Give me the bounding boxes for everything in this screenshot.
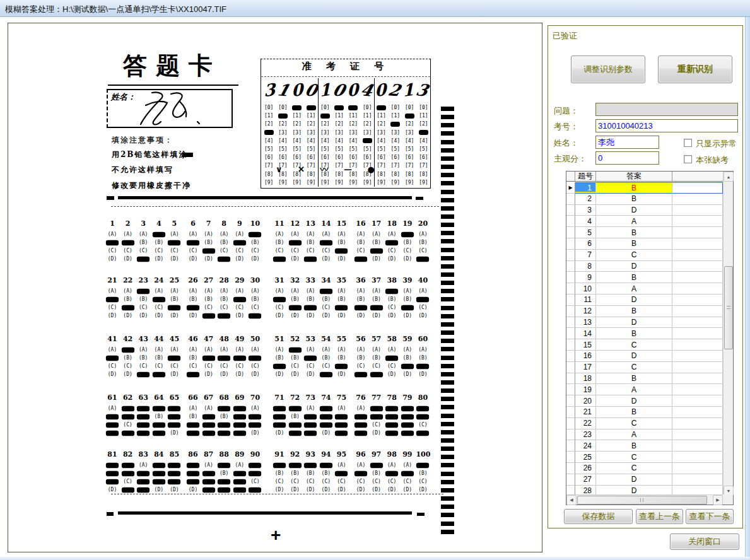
table-row[interactable]: 8D: [566, 261, 723, 272]
scan-image-viewer[interactable]: 答题卡 姓名： 填涂注意事项： 用2B铅笔这样填涂 不允许这样填写 ∨ ✕ 〰 …: [8, 23, 542, 552]
answer-cell[interactable]: B: [596, 194, 672, 205]
answer-cell[interactable]: D: [596, 261, 672, 272]
table-row[interactable]: 22C: [566, 418, 723, 429]
table-row[interactable]: 10A: [566, 283, 723, 295]
table-row[interactable]: 6B: [566, 238, 723, 250]
table-row[interactable]: 11D: [566, 295, 723, 306]
answer-cell[interactable]: C: [596, 418, 672, 429]
answer-cell[interactable]: C: [596, 250, 672, 261]
answer-cell[interactable]: C: [596, 362, 672, 373]
answer-cell[interactable]: C: [596, 463, 672, 474]
question-no-cell[interactable]: 2: [575, 194, 596, 205]
question-no-cell[interactable]: 24: [575, 440, 596, 452]
exam-no-input[interactable]: [595, 119, 738, 132]
table-row[interactable]: 4A: [566, 216, 723, 227]
problem-input[interactable]: [595, 103, 738, 116]
vertical-scroll-thumb[interactable]: [724, 266, 733, 349]
question-no-cell[interactable]: 23: [575, 429, 596, 441]
question-no-cell[interactable]: 3: [575, 205, 596, 216]
table-row[interactable]: 3D: [566, 205, 723, 216]
close-window-button[interactable]: 关闭窗口: [670, 534, 739, 550]
name-input[interactable]: [595, 136, 659, 149]
question-no-cell[interactable]: 27: [575, 474, 596, 486]
answer-cell[interactable]: B: [596, 328, 672, 339]
answer-cell[interactable]: D: [596, 474, 672, 486]
answer-cell[interactable]: D: [596, 317, 672, 329]
question-no-cell[interactable]: 13: [575, 317, 596, 329]
answer-cell[interactable]: B: [596, 227, 672, 238]
view-next-button[interactable]: 查看下一条: [686, 509, 734, 524]
scroll-up-icon[interactable]: ▲: [724, 172, 734, 182]
title-bar[interactable]: 模糊答案处理：H:\测试数据\一点通单扫\学生卡\XX10047.TIF: [0, 0, 750, 17]
answer-cell[interactable]: A: [596, 216, 672, 227]
table-row[interactable]: 14B: [566, 328, 723, 339]
answer-cell[interactable]: C: [596, 339, 672, 351]
question-no-cell[interactable]: 25: [575, 452, 596, 463]
question-no-cell[interactable]: 12: [575, 306, 596, 317]
table-row[interactable]: 27D: [566, 474, 723, 486]
table-row[interactable]: 24B: [566, 440, 723, 452]
question-no-cell[interactable]: 9: [575, 272, 596, 283]
abnormal-only-checkbox[interactable]: [684, 139, 692, 147]
table-row[interactable]: 12B: [566, 306, 723, 317]
question-no-cell[interactable]: 10: [575, 283, 596, 295]
table-row[interactable]: 5B: [566, 227, 723, 238]
answer-cell[interactable]: B: [596, 440, 672, 452]
table-row[interactable]: 15C: [566, 339, 723, 351]
question-no-cell[interactable]: 21: [575, 407, 596, 418]
table-row[interactable]: 21B: [566, 407, 723, 418]
view-previous-button[interactable]: 查看上一条: [636, 509, 683, 524]
vertical-scrollbar[interactable]: ▲ ▼: [723, 172, 733, 496]
scroll-left-icon[interactable]: ◀: [566, 495, 577, 505]
question-no-cell[interactable]: 18: [575, 373, 596, 385]
adjust-params-button[interactable]: 调整识别参数: [571, 55, 645, 83]
question-no-cell[interactable]: 11: [575, 295, 596, 306]
question-no-cell[interactable]: 6: [575, 238, 596, 250]
table-row[interactable]: 13D: [566, 317, 723, 329]
question-no-cell[interactable]: 8: [575, 261, 596, 272]
table-row[interactable]: ▶1B: [566, 182, 723, 194]
horizontal-scroll-thumb[interactable]: [577, 496, 707, 505]
table-row[interactable]: 16D: [566, 351, 723, 362]
answer-cell[interactable]: B: [596, 238, 672, 250]
table-row[interactable]: 19A: [566, 384, 723, 395]
table-row[interactable]: 17C: [566, 362, 723, 373]
table-row[interactable]: 18B: [566, 373, 723, 385]
table-row[interactable]: 20D: [566, 395, 723, 407]
table-row[interactable]: 23A: [566, 429, 723, 441]
answer-cell[interactable]: A: [596, 283, 672, 295]
table-row[interactable]: 25C: [566, 452, 723, 463]
answer-cell[interactable]: C: [596, 452, 672, 463]
save-data-button[interactable]: 保存数据: [564, 509, 633, 524]
question-no-cell[interactable]: 5: [575, 227, 596, 238]
answer-cell[interactable]: D: [596, 295, 672, 306]
answer-table[interactable]: 题号 答案 ▶1B2B3D4A5B6B7C8D9B10A11D12B13D14B…: [566, 171, 734, 505]
answer-cell[interactable]: B: [596, 272, 672, 283]
question-no-cell[interactable]: 4: [575, 216, 596, 227]
question-no-cell[interactable]: 16: [575, 351, 596, 362]
answer-cell[interactable]: B: [596, 373, 672, 385]
question-no-cell[interactable]: 1: [575, 182, 596, 194]
question-no-cell[interactable]: 14: [575, 328, 596, 339]
rerecognize-button[interactable]: 重新识别: [658, 55, 732, 83]
question-no-cell[interactable]: 20: [575, 395, 596, 407]
question-no-cell[interactable]: 17: [575, 362, 596, 373]
answer-cell[interactable]: B: [596, 407, 672, 418]
horizontal-scrollbar[interactable]: ◀ ▶: [566, 494, 723, 505]
question-no-cell[interactable]: 19: [575, 384, 596, 395]
question-no-cell[interactable]: 7: [575, 250, 596, 261]
table-row[interactable]: 2B: [566, 194, 723, 205]
table-row[interactable]: 9B: [566, 272, 723, 283]
scroll-right-icon[interactable]: ▶: [713, 495, 723, 505]
subjective-score-input[interactable]: [595, 151, 659, 165]
answer-cell[interactable]: D: [596, 205, 672, 216]
answer-cell[interactable]: A: [596, 384, 672, 395]
table-row[interactable]: 26C: [566, 463, 723, 474]
answer-cell[interactable]: D: [596, 395, 672, 407]
table-row[interactable]: 7C: [566, 250, 723, 261]
answer-cell[interactable]: A: [596, 429, 672, 441]
question-no-cell[interactable]: 22: [575, 418, 596, 429]
answer-cell[interactable]: B: [596, 182, 672, 194]
answer-cell[interactable]: B: [596, 306, 672, 317]
question-no-cell[interactable]: 26: [575, 463, 596, 474]
